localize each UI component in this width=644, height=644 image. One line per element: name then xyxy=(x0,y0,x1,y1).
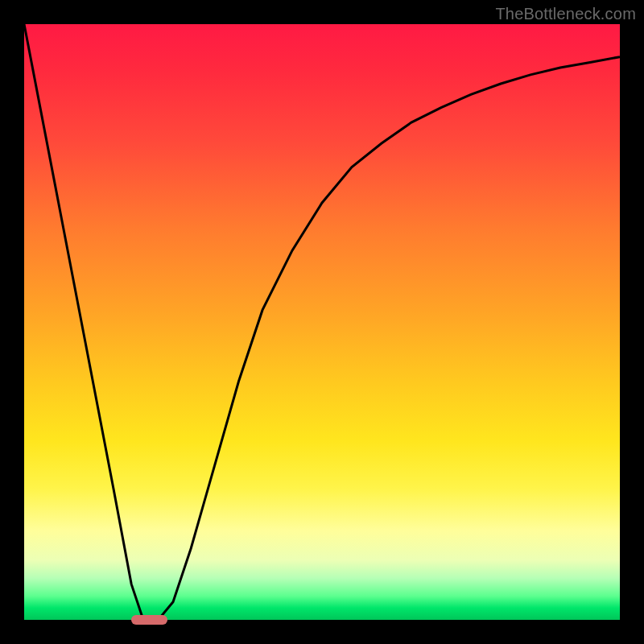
optimal-marker xyxy=(131,615,167,625)
chart-frame: TheBottleneck.com xyxy=(0,0,644,644)
plot-area xyxy=(24,24,620,620)
watermark-text: TheBottleneck.com xyxy=(495,5,636,23)
curve-path xyxy=(24,24,620,620)
bottleneck-curve xyxy=(24,24,620,620)
